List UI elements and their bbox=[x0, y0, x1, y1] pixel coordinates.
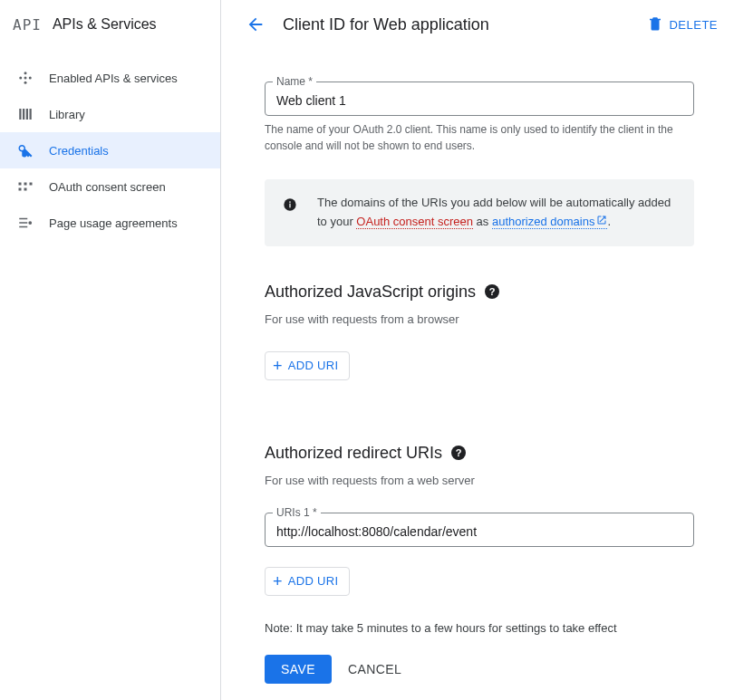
sidebar-item-page-usage[interactable]: Page usage agreements bbox=[0, 205, 220, 241]
svg-point-0 bbox=[24, 72, 27, 74]
info-text-suffix: . bbox=[607, 215, 611, 228]
delete-button[interactable]: DELETE bbox=[647, 15, 718, 34]
uri-label: URIs 1 * bbox=[273, 506, 321, 519]
sidebar-item-oauth-consent[interactable]: OAuth consent screen bbox=[0, 168, 220, 205]
info-text-mid: as bbox=[473, 215, 492, 228]
external-link-icon bbox=[596, 213, 607, 232]
cancel-button[interactable]: CANCEL bbox=[348, 662, 401, 676]
add-js-uri-button[interactable]: + ADD URI bbox=[265, 351, 350, 380]
svg-point-20 bbox=[289, 201, 291, 203]
arrow-left-icon bbox=[246, 14, 266, 34]
info-box: The domains of the URIs you add below wi… bbox=[265, 179, 694, 246]
sidebar-item-label: OAuth consent screen bbox=[49, 180, 166, 194]
svg-rect-8 bbox=[30, 109, 32, 120]
name-label: Name * bbox=[273, 75, 316, 88]
authorized-domains-link[interactable]: authorized domains bbox=[492, 215, 607, 229]
settings-list-icon bbox=[16, 214, 34, 232]
svg-point-17 bbox=[28, 221, 32, 225]
help-icon[interactable]: ? bbox=[451, 446, 466, 460]
svg-rect-6 bbox=[23, 109, 24, 120]
page-title: Client ID for Web application bbox=[283, 15, 647, 34]
svg-rect-11 bbox=[24, 183, 27, 186]
redirect-uri-input[interactable] bbox=[276, 524, 682, 539]
svg-point-4 bbox=[24, 77, 27, 80]
api-icon bbox=[16, 69, 34, 87]
svg-rect-16 bbox=[19, 226, 27, 228]
svg-point-2 bbox=[29, 77, 32, 80]
sidebar-header: API APIs & Services bbox=[0, 0, 220, 49]
svg-point-3 bbox=[24, 82, 27, 84]
consent-icon bbox=[16, 177, 34, 196]
sidebar-item-label: Enabled APIs & services bbox=[49, 72, 178, 85]
sidebar-title: APIs & Services bbox=[53, 16, 157, 33]
svg-rect-13 bbox=[30, 183, 33, 186]
name-input[interactable] bbox=[276, 93, 682, 108]
svg-rect-10 bbox=[19, 188, 22, 191]
svg-rect-12 bbox=[24, 188, 27, 191]
js-origins-title: Authorized JavaScript origins ? bbox=[265, 283, 694, 302]
sidebar-item-label: Library bbox=[49, 108, 85, 121]
redirect-uris-title: Authorized redirect URIs ? bbox=[265, 444, 694, 463]
delete-label: DELETE bbox=[669, 18, 718, 32]
trash-icon bbox=[647, 15, 663, 34]
main-header: Client ID for Web application DELETE bbox=[221, 0, 734, 49]
name-field[interactable]: Name * bbox=[265, 82, 694, 116]
sidebar: API APIs & Services Enabled APIs & servi… bbox=[0, 0, 221, 700]
sidebar-item-enabled-apis[interactable]: Enabled APIs & services bbox=[0, 60, 220, 96]
add-uri-label: ADD URI bbox=[288, 574, 339, 588]
save-button[interactable]: SAVE bbox=[265, 655, 332, 684]
back-button[interactable] bbox=[239, 8, 272, 41]
main-content: Client ID for Web application DELETE Nam… bbox=[221, 0, 734, 700]
redirect-uri-field[interactable]: URIs 1 * bbox=[265, 513, 694, 547]
svg-rect-9 bbox=[19, 183, 22, 186]
info-icon bbox=[283, 197, 297, 215]
svg-rect-5 bbox=[19, 109, 21, 120]
note-text: Note: It may take 5 minutes to a few hou… bbox=[265, 621, 694, 635]
add-uri-label: ADD URI bbox=[288, 359, 339, 372]
svg-rect-15 bbox=[19, 222, 27, 224]
library-icon bbox=[16, 105, 34, 123]
plus-icon: + bbox=[273, 358, 283, 374]
svg-rect-19 bbox=[289, 204, 290, 208]
svg-point-1 bbox=[19, 77, 22, 80]
svg-rect-14 bbox=[19, 218, 27, 220]
oauth-consent-link[interactable]: OAuth consent screen bbox=[356, 215, 473, 229]
sidebar-item-credentials[interactable]: Credentials bbox=[0, 132, 220, 168]
api-logo: API bbox=[13, 16, 42, 34]
name-helper: The name of your OAuth 2.0 client. This … bbox=[265, 121, 694, 154]
plus-icon: + bbox=[273, 573, 283, 590]
redirect-uris-sub: For use with requests from a web server bbox=[265, 474, 694, 487]
sidebar-item-label: Page usage agreements bbox=[49, 216, 178, 230]
sidebar-item-library[interactable]: Library bbox=[0, 96, 220, 132]
js-origins-sub: For use with requests from a browser bbox=[265, 312, 694, 326]
add-redirect-uri-button[interactable]: + ADD URI bbox=[265, 567, 350, 596]
sidebar-item-label: Credentials bbox=[49, 144, 109, 158]
svg-rect-7 bbox=[26, 109, 28, 120]
key-icon bbox=[16, 141, 34, 159]
help-icon[interactable]: ? bbox=[485, 284, 499, 299]
